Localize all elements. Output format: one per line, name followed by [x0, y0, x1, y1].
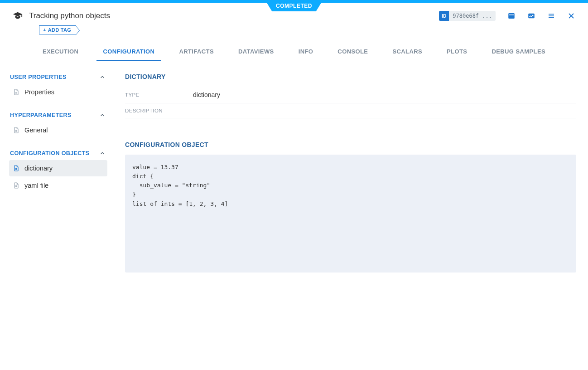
svg-rect-1 — [509, 15, 514, 15]
tab-artifacts[interactable]: ARTIFACTS — [177, 44, 216, 61]
tab-dataviews[interactable]: DATAVIEWS — [236, 44, 276, 61]
title-block: Tracking python objects — [13, 11, 110, 21]
chevron-up-icon — [99, 112, 106, 118]
menu-icon[interactable] — [547, 12, 555, 20]
svg-rect-5 — [549, 17, 554, 18]
content: DICTIONARY TYPE dictionary DESCRIPTION C… — [113, 61, 588, 366]
panel-heading-config-object: CONFIGURATION OBJECT — [125, 141, 576, 148]
file-icon — [13, 165, 20, 172]
tab-execution[interactable]: EXECUTION — [41, 44, 80, 61]
add-tag-row: + ADD TAG — [39, 25, 76, 34]
sidebar-item-label: yaml file — [24, 182, 48, 189]
body: USER PROPERTIES Properties HYPERPARAMETE… — [0, 61, 588, 366]
svg-rect-4 — [549, 15, 554, 16]
sidebar-item-yaml-file[interactable]: yaml file — [9, 177, 107, 194]
sidebar: USER PROPERTIES Properties HYPERPARAMETE… — [0, 61, 113, 366]
tab-debug-samples[interactable]: DEBUG SAMPLES — [490, 44, 547, 61]
sidebar-item-dictionary[interactable]: dictionary — [9, 160, 107, 176]
kv-row-description: DESCRIPTION — [125, 103, 576, 118]
sidebar-section-user-properties[interactable]: USER PROPERTIES — [9, 71, 107, 83]
add-tag-button[interactable]: + ADD TAG — [39, 25, 76, 34]
header: Tracking python objects + ADD TAG ID 978… — [0, 3, 588, 21]
header-actions: ID 9780e68f ... — [439, 11, 575, 21]
sidebar-item-label: dictionary — [24, 165, 53, 172]
sidebar-item-general[interactable]: General — [9, 122, 107, 138]
sidebar-section-hyperparameters[interactable]: HYPERPARAMETERS — [9, 109, 107, 121]
svg-rect-3 — [549, 14, 554, 15]
id-badge-value: 9780e68f ... — [449, 13, 496, 19]
tabs: EXECUTION CONFIGURATION ARTIFACTS DATAVI… — [0, 44, 588, 61]
panel-heading-dictionary: DICTIONARY — [125, 73, 576, 80]
kv-row-type: TYPE dictionary — [125, 87, 576, 103]
tab-plots[interactable]: PLOTS — [445, 44, 469, 61]
sidebar-item-label: Properties — [24, 88, 54, 96]
file-icon — [13, 127, 20, 134]
id-badge-label: ID — [439, 11, 449, 21]
kv-val-type: dictionary — [193, 91, 220, 98]
tab-configuration[interactable]: CONFIGURATION — [101, 44, 156, 61]
sidebar-section-config-objects[interactable]: CONFIGURATION OBJECTS — [9, 147, 107, 159]
image-view-icon[interactable] — [527, 12, 535, 20]
tab-info[interactable]: INFO — [297, 44, 315, 61]
sidebar-section-title: USER PROPERTIES — [10, 74, 67, 80]
config-object-code[interactable]: value = 13.37 dict { sub_value = "string… — [125, 155, 576, 273]
svg-rect-0 — [508, 13, 515, 19]
kv-key-type: TYPE — [125, 92, 193, 97]
sidebar-section-title: CONFIGURATION OBJECTS — [10, 150, 90, 156]
sidebar-item-label: General — [24, 127, 48, 134]
tab-console[interactable]: CONSOLE — [336, 44, 370, 61]
add-tag-label: ADD TAG — [48, 27, 71, 33]
plus-icon: + — [43, 27, 46, 33]
sidebar-item-properties[interactable]: Properties — [9, 84, 107, 100]
file-icon — [13, 182, 20, 189]
page-title: Tracking python objects — [29, 11, 110, 20]
id-chip[interactable]: ID 9780e68f ... — [439, 11, 496, 21]
close-icon[interactable] — [567, 12, 575, 20]
list-view-icon[interactable] — [507, 12, 516, 20]
graduation-cap-icon — [13, 11, 23, 21]
kv-key-description: DESCRIPTION — [125, 108, 193, 113]
chevron-up-icon — [99, 74, 106, 80]
sidebar-section-title: HYPERPARAMETERS — [10, 112, 72, 118]
chevron-up-icon — [99, 150, 106, 156]
tab-scalars[interactable]: SCALARS — [390, 44, 424, 61]
file-icon — [13, 88, 20, 96]
